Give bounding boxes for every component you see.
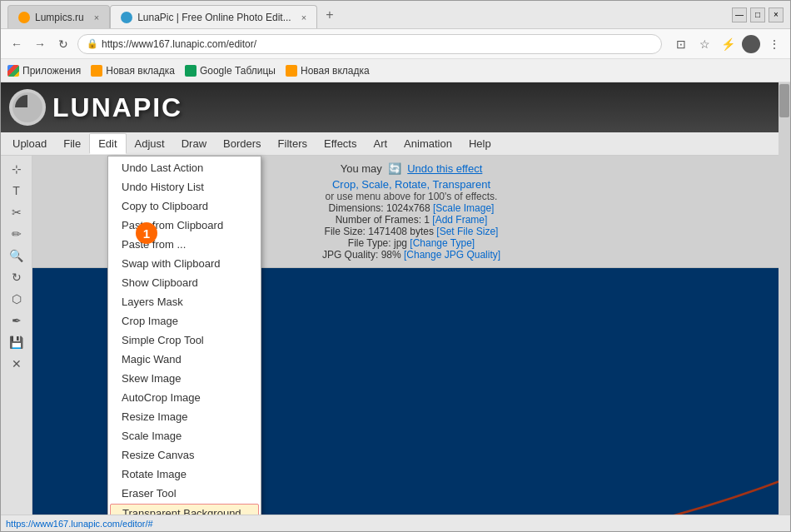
address-icons: ⊡ ☆ ⚡ ⋮ [672, 35, 784, 53]
browser-frame: Lumpics.ru × LunaPic | Free Online Photo… [0, 0, 791, 532]
tool-fill[interactable]: ⬡ [4, 289, 29, 309]
lumpics-favicon [18, 12, 30, 23]
scrollbar-vertical[interactable] [779, 156, 790, 515]
menu-simple-crop[interactable]: Simple Crop Tool [108, 331, 261, 350]
menu-magic-wand[interactable]: Magic Wand [108, 350, 261, 369]
maximize-button[interactable]: □ [750, 7, 765, 22]
page-content: LUNAPIC Upload File Edit Adjust Draw Bor… [1, 82, 790, 515]
menu-paste-clipboard[interactable]: Paste from Clipboard [108, 216, 261, 235]
close-button[interactable]: × [769, 7, 784, 22]
menu-autocrop[interactable]: AutoCrop Image [108, 388, 261, 407]
bookmark-apps-label: Приложения [22, 65, 81, 77]
forward-button[interactable]: → [31, 35, 49, 53]
menu-upload[interactable]: Upload [4, 134, 55, 153]
tool-text[interactable]: T [4, 181, 29, 201]
address-bar: ← → ↻ 🔒 https://www167.lunapic.com/edito… [1, 29, 790, 59]
menu-layers-mask[interactable]: Layers Mask [108, 292, 261, 311]
tool-save[interactable]: 💾 [4, 332, 29, 352]
menu-effects[interactable]: Effects [316, 134, 366, 153]
extension-icon[interactable]: ⚡ [719, 35, 737, 53]
tabs-bar: Lumpics.ru × LunaPic | Free Online Photo… [7, 1, 341, 28]
tool-pen[interactable]: ✏ [4, 224, 29, 244]
menu-eraser-tool[interactable]: Eraser Tool [108, 484, 261, 503]
menu-resize-canvas[interactable]: Resize Canvas [108, 445, 261, 465]
tab-lunapic-label: LunaPic | Free Online Photo Edit... [137, 12, 291, 23]
tool-rotate[interactable]: ↻ [4, 267, 29, 287]
back-button[interactable]: ← [7, 35, 26, 53]
quality-text: JPG Quality: 98% [322, 249, 401, 261]
menu-animation[interactable]: Animation [396, 134, 460, 153]
menu-copy-clipboard[interactable]: Copy to Clipboard [108, 196, 261, 216]
cast-icon[interactable]: ⊡ [672, 35, 690, 53]
bookmarks-bar: Приложения Новая вкладка Google Таблицы … [1, 59, 790, 82]
bookmark-apps[interactable]: Приложения [7, 65, 81, 77]
lock-icon: 🔒 [87, 38, 98, 49]
menu-icon[interactable]: ⋮ [765, 35, 784, 53]
filesize-text: File Size: 1471408 bytes [325, 226, 434, 237]
sidebar: ⊹ T ✂ ✏ 🔍 ↻ ⬡ ✒ 💾 ✕ [1, 156, 32, 515]
account-icon[interactable] [742, 35, 760, 53]
tab-lumpics[interactable]: Lumpics.ru × [7, 5, 110, 28]
minimize-button[interactable]: — [732, 7, 747, 22]
menu-undo-history[interactable]: Undo History List [108, 177, 261, 196]
new-tab2-icon [286, 65, 297, 77]
tab-lunapic[interactable]: LunaPic | Free Online Photo Edit... × [110, 5, 317, 28]
bookmark-new-label: Новая вкладка [106, 65, 175, 77]
undo-link[interactable]: Undo this effect [407, 162, 482, 175]
menu-file[interactable]: File [55, 134, 89, 153]
bookmark-sheets[interactable]: Google Таблицы [185, 65, 276, 77]
undo-prefix: You may [341, 162, 382, 175]
lunapic-logo: LUNAPIC [9, 89, 182, 126]
quality-link[interactable]: [Change JPG Quality] [404, 249, 500, 261]
bookmark-new-tab[interactable]: Новая вкладка [91, 65, 175, 77]
menu-edit[interactable]: Edit [89, 133, 126, 154]
menu-skew-image[interactable]: Skew Image [108, 369, 261, 388]
tab-lunapic-close[interactable]: × [301, 12, 306, 22]
tool-zoom[interactable]: 🔍 [4, 246, 29, 266]
filesize-link[interactable]: [Set File Size] [436, 226, 498, 237]
status-bar: https://www167.lunapic.com/editor/# [1, 515, 790, 531]
menu-crop-image[interactable]: Crop Image [108, 311, 261, 331]
menu-rotate-image[interactable]: Rotate Image [108, 465, 261, 484]
menu-help[interactable]: Help [460, 134, 500, 153]
menu-draw[interactable]: Draw [173, 134, 215, 153]
add-tab-button[interactable]: + [317, 7, 341, 22]
menu-filters[interactable]: Filters [270, 134, 316, 153]
bookmark-icon[interactable]: ☆ [695, 35, 714, 53]
tool-close[interactable]: ✕ [4, 354, 29, 374]
menu-scale-image[interactable]: Scale Image [108, 426, 261, 445]
menu-swap-clipboard[interactable]: Swap with Clipboard [108, 254, 261, 273]
menu-paste-from[interactable]: Paste from ... [108, 235, 261, 254]
tool-select[interactable]: ⊹ [4, 159, 29, 179]
menu-transparent-bg[interactable]: Transparent Background [110, 504, 259, 515]
status-url: https://www167.lunapic.com/editor/# [6, 519, 153, 529]
filetype-text: File Type: jpg [348, 237, 407, 249]
tab-lumpics-close[interactable]: × [94, 12, 99, 22]
refresh-button[interactable]: ↻ [54, 35, 72, 53]
url-text: https://www167.lunapic.com/editor/ [102, 38, 256, 50]
url-input[interactable]: 🔒 https://www167.lunapic.com/editor/ [77, 34, 662, 54]
logo-icon [9, 89, 46, 126]
tool-brush[interactable]: ✒ [4, 311, 29, 331]
bookmark-new-tab2[interactable]: Новая вкладка [286, 65, 370, 77]
tool-scissors[interactable]: ✂ [4, 202, 29, 222]
dimensions-link[interactable]: [Scale Image] [433, 202, 494, 214]
frames-text: Number of Frames: 1 [336, 214, 430, 226]
menu-bar: Upload File Edit Adjust Draw Borders Fil… [1, 132, 790, 156]
lunapic-favicon [121, 12, 132, 23]
new-tab-icon [91, 65, 102, 77]
badge-1: 1 [136, 222, 157, 244]
edit-dropdown: Undo Last Action Undo History List Copy … [107, 156, 261, 515]
menu-adjust[interactable]: Adjust [127, 134, 173, 153]
filetype-link[interactable]: [Change Type] [410, 237, 475, 249]
menu-borders[interactable]: Borders [215, 134, 270, 153]
menu-art[interactable]: Art [365, 134, 396, 153]
menu-undo-last[interactable]: Undo Last Action [108, 158, 261, 177]
menu-resize-image[interactable]: Resize Image [108, 407, 261, 426]
apps-icon [7, 65, 19, 77]
menu-show-clipboard[interactable]: Show Clipboard [108, 273, 261, 292]
lunapic-header: LUNAPIC [1, 82, 790, 132]
frames-link[interactable]: [Add Frame] [432, 214, 487, 226]
sheets-icon [185, 65, 197, 77]
lunapic-app: LUNAPIC Upload File Edit Adjust Draw Bor… [1, 82, 790, 515]
